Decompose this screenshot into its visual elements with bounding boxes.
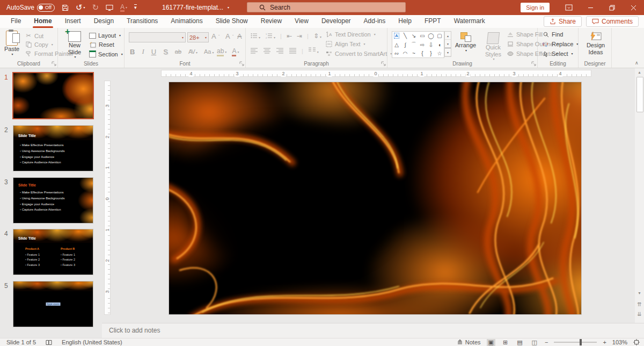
close-button[interactable] [623,0,644,15]
slide-canvas[interactable] [169,82,581,314]
save-button[interactable] [62,4,69,11]
align-right-button[interactable] [276,48,283,54]
zoom-slider[interactable] [554,342,597,343]
paragraph-dialog-launcher[interactable] [381,61,386,66]
line-shape[interactable]: ╲ [404,33,407,39]
bullets-button[interactable]: ▾ [250,33,260,40]
align-left-button[interactable] [250,48,258,54]
tab-file[interactable]: File [4,15,27,28]
language-indicator[interactable]: English (United States) [62,339,122,345]
cut-button[interactable]: ✂ Cut [25,32,43,39]
text-box-shape[interactable]: A [394,33,399,39]
design-ideas-button[interactable]: Design Ideas [585,31,606,55]
rounded-rectangle-shape[interactable]: ▢ [437,33,442,39]
tab-animations[interactable]: Animations [164,15,209,28]
tab-design[interactable]: Design [87,15,120,28]
align-center-button[interactable] [263,48,270,54]
collapse-ribbon-button[interactable]: ∧ [635,60,639,66]
blob-shape[interactable]: ◖ [438,42,441,48]
layout-button[interactable]: Layout ▾ [89,32,121,39]
left-brace-shape[interactable]: { [421,51,423,56]
copy-button[interactable]: Copy ▾ [25,41,53,48]
comments-button[interactable]: Comments [586,16,639,27]
notes-pane[interactable]: Click to add notes [102,323,644,338]
fit-slide-button[interactable] [633,339,640,345]
star-shape[interactable]: ☆ [437,51,442,56]
text-direction-button[interactable]: A Text Direction ▾ [325,31,376,38]
zoom-out-button[interactable]: − [545,339,548,345]
vertical-scrollbar[interactable]: ▴ ▾ ⇈ ⇊ [635,68,644,323]
select-button[interactable]: Select ▾ [542,51,573,57]
reading-view-button[interactable]: ▤ [515,339,524,346]
slide-2-thumbnail[interactable]: Slide Title Make Effective Presentations… [13,126,93,171]
minimize-button[interactable] [580,0,601,15]
font-color-button[interactable]: A▾ [232,47,239,55]
font-name-combobox[interactable]: ▾ [129,32,186,42]
next-slide-button[interactable]: ⇊ [635,311,644,317]
tab-help[interactable]: Help [392,15,418,28]
tab-developer[interactable]: Developer [315,15,357,28]
vertical-ruler[interactable]: 3 2 1 0 1 2 3 [104,81,111,315]
right-brace-shape[interactable]: } [430,51,431,56]
triangle-shape[interactable]: △ [394,42,399,48]
arrow-shape[interactable]: ↘ [412,33,416,39]
rectangle-shape[interactable]: ▭ [420,33,425,39]
arrange-button[interactable]: Arrange ▾ [455,32,476,52]
search-box[interactable]: Search [247,2,406,12]
tab-watermark[interactable]: Watermark [448,15,492,28]
bold-button[interactable]: B [130,48,135,56]
customize-quick-access-button[interactable]: ▾ [134,4,137,11]
drawing-dialog-launcher[interactable] [531,61,536,66]
autosave-toggle[interactable]: AutoSave Off [6,4,55,12]
change-case-button[interactable]: Aa▾ [204,48,214,55]
curve-shape-2[interactable]: ⌒ [411,41,416,48]
numbering-button[interactable]: 12▾ [265,33,275,40]
notes-placeholder[interactable]: Click to add notes [109,327,160,334]
slide-4-thumbnail[interactable]: Slide Title Product A Feature 1 Feature … [13,229,93,275]
tab-view[interactable]: View [288,15,315,28]
down-arrow-shape[interactable]: ⇩ [429,42,433,48]
wave-shape[interactable]: ~ [412,51,415,56]
shrink-font-button[interactable]: Aˇ [225,32,233,40]
strikethrough-button[interactable]: ab [175,48,181,55]
convert-smartart-button[interactable]: Convert to SmartArt ▾ [325,51,392,57]
slide-3-thumbnail[interactable]: Slide Title Make Effective Presentations… [13,178,93,223]
tab-slide-show[interactable]: Slide Show [209,15,254,28]
slide-indicator[interactable]: Slide 1 of 5 [6,339,36,345]
shapes-scroll-up-icon[interactable]: ▴ [445,32,451,40]
underline-button[interactable]: U [151,48,156,56]
tab-insert[interactable]: Insert [58,15,87,28]
sign-in-button[interactable]: Sign in [521,3,550,12]
replace-button[interactable]: bc Replace ▾ [542,41,578,47]
share-button[interactable]: Share [544,16,582,27]
scroll-up-icon[interactable]: ▴ [635,70,644,75]
quick-styles-button[interactable]: Quick Styles ▾ [481,32,505,61]
scribble-shape[interactable]: ∾ [394,51,399,56]
shapes-scroll-down-icon[interactable]: ▾ [445,40,451,48]
new-slide-button[interactable]: New Slide ▾ [63,31,86,59]
slide-sorter-view-button[interactable]: ⊞ [501,339,509,346]
line-spacing-button[interactable]: ⇕▾ [313,32,321,40]
scrollbar-thumb[interactable] [636,77,643,112]
align-text-button[interactable]: Align Text ▾ [325,41,365,47]
section-button[interactable]: Section ▾ [89,51,123,57]
clear-formatting-button[interactable]: A [237,32,242,40]
scroll-down-icon[interactable]: ▾ [635,291,644,295]
arc-shape[interactable]: ◠ [403,51,408,56]
text-shadow-button[interactable]: S [163,48,168,56]
grow-font-button[interactable]: Aˆ [211,32,219,40]
normal-view-button[interactable]: ▣ [487,339,495,346]
paste-button[interactable]: Paste ▾ [4,31,19,56]
document-title[interactable]: 161777-fire-templat... ▾ [162,4,229,11]
columns-button[interactable]: ▾ [309,47,319,54]
font-color-quick-button[interactable]: A ▾ [120,4,127,12]
slide-1-thumbnail[interactable] [13,73,93,118]
font-size-combobox[interactable]: 28+ ▾ [187,32,209,42]
increase-indent-button[interactable]: ⇥ [297,32,302,40]
curve-shape-1[interactable]: ∫ [405,42,406,48]
zoom-in-button[interactable]: + [603,339,606,345]
shapes-gallery[interactable]: A ╲ ↘ ▭ ◯ ▢ △ ∫ ⌒ ⇨ ⇩ ◖ ∾ ◠ ~ { } ☆ [392,31,444,58]
decrease-indent-button[interactable]: ⇤ [287,32,292,40]
justify-button[interactable] [289,48,296,54]
slide-5-thumbnail[interactable]: fppt.com [13,282,93,327]
